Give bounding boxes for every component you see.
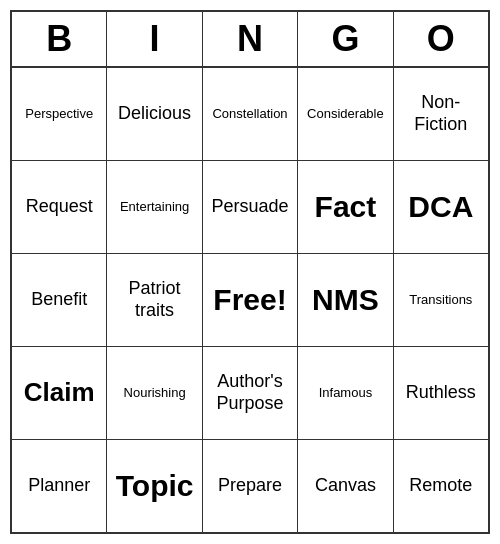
bingo-cell-4-0[interactable]: Planner bbox=[12, 440, 107, 532]
cell-text-4-4: Remote bbox=[409, 475, 472, 497]
bingo-row-0: PerspectiveDeliciousConstellationConside… bbox=[12, 68, 488, 161]
cell-text-2-3: NMS bbox=[312, 282, 379, 318]
bingo-cell-1-0[interactable]: Request bbox=[12, 161, 107, 253]
bingo-cell-3-4[interactable]: Ruthless bbox=[394, 347, 488, 439]
bingo-cell-3-0[interactable]: Claim bbox=[12, 347, 107, 439]
bingo-cell-3-3[interactable]: Infamous bbox=[298, 347, 393, 439]
header-letter-G: G bbox=[298, 12, 393, 66]
bingo-header: BINGO bbox=[12, 12, 488, 68]
bingo-cell-3-2[interactable]: Author's Purpose bbox=[203, 347, 298, 439]
bingo-card: BINGO PerspectiveDeliciousConstellationC… bbox=[10, 10, 490, 534]
cell-text-3-0: Claim bbox=[24, 377, 95, 408]
cell-text-1-2: Persuade bbox=[211, 196, 288, 218]
bingo-cell-2-4[interactable]: Transitions bbox=[394, 254, 488, 346]
bingo-cell-1-1[interactable]: Entertaining bbox=[107, 161, 202, 253]
cell-text-2-4: Transitions bbox=[409, 292, 472, 308]
header-letter-N: N bbox=[203, 12, 298, 66]
bingo-cell-2-2[interactable]: Free! bbox=[203, 254, 298, 346]
cell-text-3-4: Ruthless bbox=[406, 382, 476, 404]
bingo-cell-2-3[interactable]: NMS bbox=[298, 254, 393, 346]
cell-text-0-0: Perspective bbox=[25, 106, 93, 122]
cell-text-3-3: Infamous bbox=[319, 385, 372, 401]
bingo-cell-0-1[interactable]: Delicious bbox=[107, 68, 202, 160]
cell-text-4-1: Topic bbox=[116, 468, 194, 504]
cell-text-2-2: Free! bbox=[213, 282, 286, 318]
bingo-cell-1-4[interactable]: DCA bbox=[394, 161, 488, 253]
cell-text-1-3: Fact bbox=[315, 189, 377, 225]
cell-text-1-4: DCA bbox=[408, 189, 473, 225]
bingo-row-3: ClaimNourishingAuthor's PurposeInfamousR… bbox=[12, 347, 488, 440]
bingo-cell-3-1[interactable]: Nourishing bbox=[107, 347, 202, 439]
bingo-cell-1-3[interactable]: Fact bbox=[298, 161, 393, 253]
bingo-cell-2-1[interactable]: Patriot traits bbox=[107, 254, 202, 346]
cell-text-3-1: Nourishing bbox=[124, 385, 186, 401]
cell-text-0-4: Non-Fiction bbox=[398, 92, 484, 135]
header-letter-B: B bbox=[12, 12, 107, 66]
bingo-cell-0-0[interactable]: Perspective bbox=[12, 68, 107, 160]
bingo-grid: PerspectiveDeliciousConstellationConside… bbox=[12, 68, 488, 532]
header-letter-O: O bbox=[394, 12, 488, 66]
cell-text-2-1: Patriot traits bbox=[111, 278, 197, 321]
bingo-cell-0-4[interactable]: Non-Fiction bbox=[394, 68, 488, 160]
cell-text-1-1: Entertaining bbox=[120, 199, 189, 215]
cell-text-2-0: Benefit bbox=[31, 289, 87, 311]
cell-text-0-2: Constellation bbox=[212, 106, 287, 122]
bingo-row-2: BenefitPatriot traitsFree!NMSTransitions bbox=[12, 254, 488, 347]
bingo-cell-4-2[interactable]: Prepare bbox=[203, 440, 298, 532]
bingo-cell-0-2[interactable]: Constellation bbox=[203, 68, 298, 160]
bingo-cell-4-3[interactable]: Canvas bbox=[298, 440, 393, 532]
cell-text-4-3: Canvas bbox=[315, 475, 376, 497]
bingo-cell-1-2[interactable]: Persuade bbox=[203, 161, 298, 253]
bingo-cell-4-1[interactable]: Topic bbox=[107, 440, 202, 532]
cell-text-4-2: Prepare bbox=[218, 475, 282, 497]
cell-text-0-3: Considerable bbox=[307, 106, 384, 122]
bingo-cell-4-4[interactable]: Remote bbox=[394, 440, 488, 532]
bingo-cell-0-3[interactable]: Considerable bbox=[298, 68, 393, 160]
bingo-row-4: PlannerTopicPrepareCanvasRemote bbox=[12, 440, 488, 532]
cell-text-3-2: Author's Purpose bbox=[207, 371, 293, 414]
cell-text-1-0: Request bbox=[26, 196, 93, 218]
header-letter-I: I bbox=[107, 12, 202, 66]
cell-text-4-0: Planner bbox=[28, 475, 90, 497]
bingo-row-1: RequestEntertainingPersuadeFactDCA bbox=[12, 161, 488, 254]
cell-text-0-1: Delicious bbox=[118, 103, 191, 125]
bingo-cell-2-0[interactable]: Benefit bbox=[12, 254, 107, 346]
